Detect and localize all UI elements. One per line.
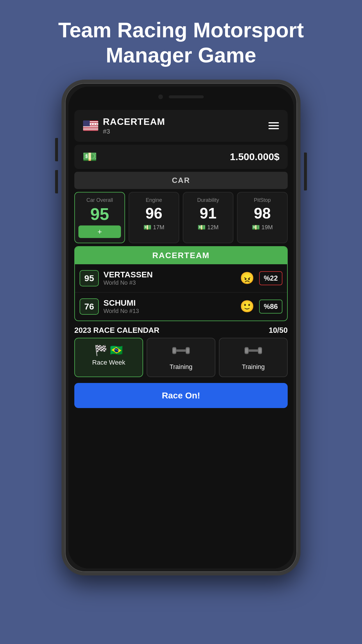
stat-cost-engine: 💵 17M <box>133 224 175 231</box>
training-2-icon <box>222 344 284 360</box>
driver-row-schumi[interactable]: 76 SCHUMI World No #13 🙂 %86 <box>75 293 287 321</box>
calendar-item-training-1[interactable]: Training <box>147 338 215 377</box>
driver-rank-vertassen: World No #3 <box>103 279 235 286</box>
money-bar: 💵 1.500.000$ <box>74 145 288 169</box>
stat-label-overall: Car Overall <box>78 197 121 203</box>
team-name: RACERTEAM <box>103 116 165 127</box>
stat-card-engine[interactable]: Engine 96 💵 17M <box>129 192 179 243</box>
race-on-button[interactable]: Race On! <box>74 383 288 408</box>
volume-down-button <box>55 170 58 193</box>
header-left: ★★★★★★ RACERTEAM #3 <box>83 116 165 135</box>
driver-mood-schumi: 🙂 <box>240 300 254 313</box>
page-title: Team Racing Motorsport Manager Game <box>35 18 327 68</box>
cost-value-durability: 12M <box>207 224 219 231</box>
svg-rect-12 <box>173 348 176 353</box>
camera-notch <box>158 94 163 99</box>
hamburger-line <box>268 122 279 123</box>
money-icon: 💵 <box>82 150 97 164</box>
header-bar: ★★★★★★ RACERTEAM #3 <box>74 110 288 142</box>
stat-label-pitstop: PitStop <box>241 197 284 203</box>
cost-value-engine: 17M <box>153 224 164 231</box>
cost-icon-pitstop: 💵 <box>252 224 260 231</box>
stat-card-pitstop[interactable]: PitStop 98 💵 19M <box>237 192 288 243</box>
calendar-header: 2023 RACE CALENDAR 10/50 <box>74 326 288 335</box>
svg-rect-6 <box>83 130 98 130</box>
stat-value-pitstop: 98 <box>241 206 284 221</box>
driver-fitness-vertassen: %22 <box>259 271 282 285</box>
cost-value-pitstop: 19M <box>261 224 273 231</box>
training-1-icon <box>150 344 212 360</box>
svg-text:★★★★★★: ★★★★★★ <box>84 123 98 126</box>
svg-rect-5 <box>83 128 98 129</box>
stat-value-overall: 95 <box>78 206 121 223</box>
speaker-notch <box>169 95 204 98</box>
stat-label-engine: Engine <box>133 197 175 203</box>
flag-icon: ★★★★★★ <box>83 120 98 131</box>
race-week-flags: 🏁 🇧🇷 <box>78 344 140 356</box>
screen-content: ★★★★★★ RACERTEAM #3 <box>68 107 294 568</box>
calendar-items: 🏁 🇧🇷 Race Week <box>74 338 288 377</box>
stat-value-engine: 96 <box>133 206 175 221</box>
driver-name-schumi: SCHUMI <box>103 298 235 308</box>
hamburger-line <box>268 125 279 126</box>
volume-up-button <box>55 138 58 161</box>
team-section-name: RACERTEAM <box>75 247 287 264</box>
calendar-title: 2023 RACE CALENDAR <box>74 326 159 335</box>
svg-rect-17 <box>245 348 248 353</box>
team-info: RACERTEAM #3 <box>103 116 165 135</box>
phone-frame: ★★★★★★ RACERTEAM #3 <box>61 80 301 575</box>
car-section-header: CAR <box>74 172 288 189</box>
svg-rect-4 <box>83 126 98 127</box>
svg-rect-1 <box>83 121 98 122</box>
brazil-flag-icon: 🇧🇷 <box>110 344 123 356</box>
power-button <box>304 153 307 190</box>
calendar-item-race-week[interactable]: 🏁 🇧🇷 Race Week <box>74 338 143 377</box>
checkered-flag-icon: 🏁 <box>94 344 108 356</box>
money-amount: 1.500.000$ <box>230 151 280 162</box>
cost-icon-durability: 💵 <box>198 224 205 231</box>
driver-row-vertassen[interactable]: 95 VERTASSEN World No #3 😠 %22 <box>75 264 287 293</box>
svg-rect-7 <box>83 120 89 126</box>
race-week-label: Race Week <box>78 359 140 366</box>
stat-value-durability: 91 <box>187 206 229 221</box>
calendar-item-training-2[interactable]: Training <box>219 338 288 377</box>
driver-mood-vertassen: 😠 <box>240 271 254 285</box>
driver-info-schumi: SCHUMI World No #13 <box>103 298 235 314</box>
driver-number-vertassen: 95 <box>80 270 99 286</box>
driver-number-schumi: 76 <box>80 298 99 315</box>
stat-label-durability: Durability <box>187 197 229 203</box>
car-stats: Car Overall 95 + Engine 96 💵 17M <box>74 192 288 243</box>
driver-name-vertassen: VERTASSEN <box>103 270 235 279</box>
svg-rect-18 <box>259 348 261 353</box>
stat-cost-pitstop: 💵 19M <box>241 224 284 231</box>
calendar-progress: 10/50 <box>269 326 288 335</box>
upgrade-overall-button[interactable]: + <box>78 225 121 238</box>
training-1-label: Training <box>150 363 212 371</box>
driver-info-vertassen: VERTASSEN World No #3 <box>103 270 235 286</box>
svg-rect-13 <box>186 348 189 353</box>
menu-button[interactable] <box>268 122 279 129</box>
cost-icon-engine: 💵 <box>143 224 151 231</box>
driver-fitness-schumi: %86 <box>259 300 282 314</box>
team-number: #3 <box>103 128 165 135</box>
driver-rank-schumi: World No #13 <box>103 308 235 314</box>
stat-card-durability[interactable]: Durability 91 💵 12M <box>183 192 233 243</box>
notch <box>68 87 294 107</box>
stat-card-overall[interactable]: Car Overall 95 + <box>74 192 125 243</box>
hamburger-line <box>268 128 279 129</box>
team-section: RACERTEAM 95 VERTASSEN World No #3 😠 %22 <box>74 246 288 321</box>
training-2-label: Training <box>222 363 284 371</box>
stat-cost-durability: 💵 12M <box>187 224 229 231</box>
